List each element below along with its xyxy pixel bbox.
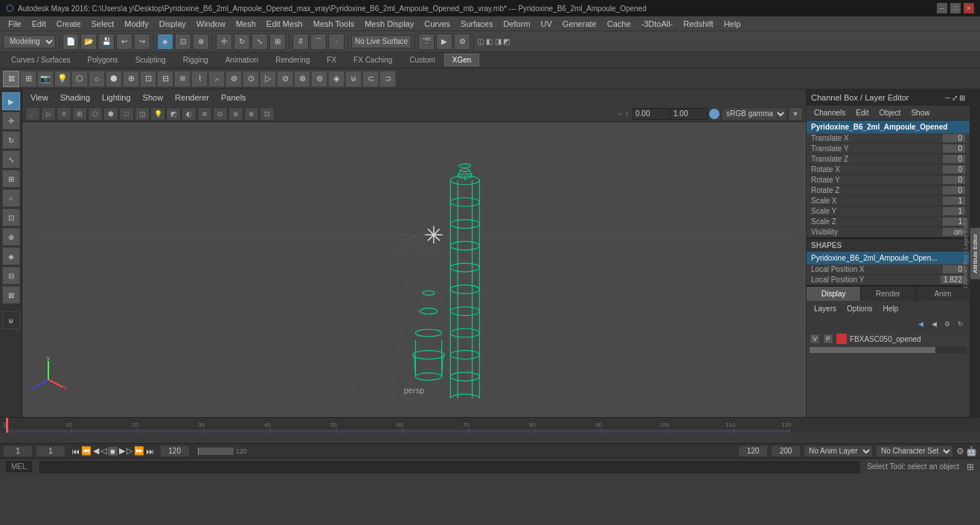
paint-tool-btn[interactable]: ⊕ [193,34,209,50]
move-tool[interactable]: ✛ [2,112,20,130]
tab-xgen[interactable]: XGen [444,54,480,66]
layer-playback-toggle[interactable]: P [823,334,833,344]
grid-icon[interactable]: ⊞ [20,71,36,87]
channel-translate-z[interactable]: Translate Z 0 [807,154,970,165]
misc-icon2[interactable]: ⊗ [294,71,310,87]
misc-icon5[interactable]: ⊎ [345,71,362,87]
tab-custom[interactable]: Custom [401,54,443,66]
vp-hud-toggle[interactable]: ⊞ [72,107,87,121]
scene-area[interactable]: x y z persp [22,122,806,398]
stop-btn[interactable]: ■ [108,447,118,456]
step-forward-btn[interactable]: ⏩ [134,446,144,456]
scale-tool[interactable]: ⤡ [2,150,20,168]
close-button[interactable]: ✕ [964,3,974,13]
end-range-input[interactable] [738,445,768,457]
vp-panels[interactable]: Panels [216,92,252,104]
play-back-btn[interactable]: ◁ [100,446,106,456]
channel-local-pos-y[interactable]: Local Position Y 1.822 [807,275,970,285]
tab-fx[interactable]: FX [318,54,345,66]
layer-refresh-icon[interactable]: ↻ [955,318,967,330]
anim-layer-select[interactable]: No Anim Layer [804,445,873,457]
tab-display[interactable]: Display [807,287,861,301]
vp-x-input[interactable] [632,108,670,120]
vp-playback-icon[interactable]: ▷ [41,107,56,121]
scale-tool-btn[interactable]: ⤡ [252,34,268,50]
menu-create[interactable]: Create [51,18,86,30]
layer-visible-toggle[interactable]: V [810,334,820,344]
tab-curves-surfaces[interactable]: Curves / Surfaces [3,54,78,66]
menu-redshift[interactable]: Redshift [678,18,718,30]
next-frame-btn[interactable]: ▷ [126,446,132,456]
menu-uv[interactable]: UV [536,18,557,30]
rotate-tool-btn[interactable]: ↻ [234,34,250,50]
menu-file[interactable]: File [3,18,27,30]
render-settings-btn[interactable]: ⚙ [454,34,470,50]
universal-manip[interactable]: ⊞ [2,170,20,188]
layer-settings-icon[interactable]: ⚙ [941,318,953,330]
channel-translate-y[interactable]: Translate Y 0 [807,144,970,154]
field-icon[interactable]: ⊛ [225,71,242,87]
misc-icon1[interactable]: ⊘ [277,71,293,87]
layers-menu-item[interactable]: Layers [810,304,841,314]
vp-texture[interactable]: ◫ [135,107,150,121]
menu-mesh[interactable]: Mesh [231,18,261,30]
prev-frame-btn[interactable]: ◀ [93,446,99,456]
vp-show[interactable]: Show [138,92,169,104]
light-icon[interactable]: 💡 [54,71,71,87]
minimize-button[interactable]: ─ [937,3,947,13]
soft-select[interactable]: ○ [2,189,20,207]
menu-edit[interactable]: Edit [27,18,51,30]
menu-mesh-display[interactable]: Mesh Display [359,18,419,30]
step-back-btn[interactable]: ⏪ [81,446,92,456]
menu-display[interactable]: Display [154,18,191,30]
misc-icon3[interactable]: ⊚ [311,71,327,87]
layer-remove-icon[interactable]: ◀ [928,318,940,330]
open-file-btn[interactable]: 📂 [80,34,97,50]
cb-object[interactable]: Object [875,108,906,118]
ik-icon[interactable]: ⊡ [140,71,156,87]
deform-icon[interactable]: ⊟ [157,71,173,87]
tab-animation[interactable]: Animation [217,54,266,66]
vp-grid-toggle[interactable]: # [57,107,71,121]
side-attribute-tab[interactable]: Attribute Editor Channel Box / Layer Edi… [970,89,980,417]
vp-isolate[interactable]: ⊙ [213,107,228,121]
channel-rotate-x[interactable]: Rotate X 0 [807,165,970,175]
redo-btn[interactable]: ↪ [134,34,150,50]
nurbs-icon[interactable]: ○ [89,71,105,87]
options-menu-item[interactable]: Options [842,304,877,314]
misc-icon7[interactable]: ⊃ [379,71,396,87]
undo-btn[interactable]: ↩ [116,34,132,50]
channel-visibility[interactable]: Visibility on [807,227,970,238]
show-manip[interactable]: ◈ [2,247,20,265]
skip-to-end-btn[interactable]: ⏭ [146,447,154,456]
skip-to-start-btn[interactable]: ⏮ [71,447,80,456]
ipr-btn[interactable]: ▶ [436,34,452,50]
save-btn[interactable]: 💾 [98,34,115,50]
vp-flat[interactable]: □ [119,107,134,121]
viewport-icon[interactable]: ⊠ [3,71,19,87]
anim-icon[interactable]: ▷ [260,71,276,87]
cb-float-icon[interactable]: ⊞ [959,94,965,102]
vp-ambient-occlusion[interactable]: ◐ [182,107,196,121]
cloth-icon[interactable]: ⌿ [208,71,225,87]
vp-color-settings[interactable]: ▼ [788,107,803,121]
cb-minimize-icon[interactable]: ─ [945,94,950,102]
script-icon[interactable]: ⊞ [967,462,974,472]
vp-lights[interactable]: 💡 [150,107,165,121]
vp-shadows[interactable]: ◩ [166,107,181,121]
cb-show[interactable]: Show [906,108,934,118]
start-frame-input[interactable] [3,445,33,457]
max-range-input[interactable] [771,445,801,457]
vp-color-space[interactable]: sRGB gamma [721,107,787,121]
vp-camera-icon[interactable]: 🎥 [25,107,40,121]
vp-wireframe[interactable]: ⬡ [88,107,103,121]
current-frame-input[interactable] [36,445,65,457]
vp-xray[interactable]: ⊚ [228,107,243,121]
menu-deform[interactable]: Deform [498,18,535,30]
menu-window[interactable]: Window [191,18,231,30]
robot-icon[interactable]: 🤖 [966,446,977,456]
layer-add-icon[interactable]: ◀ [915,318,926,330]
channel-translate-x[interactable]: Translate X 0 [807,133,970,144]
tab-polygons[interactable]: Polygons [79,54,126,66]
snap-grid-btn[interactable]: # [292,34,309,50]
